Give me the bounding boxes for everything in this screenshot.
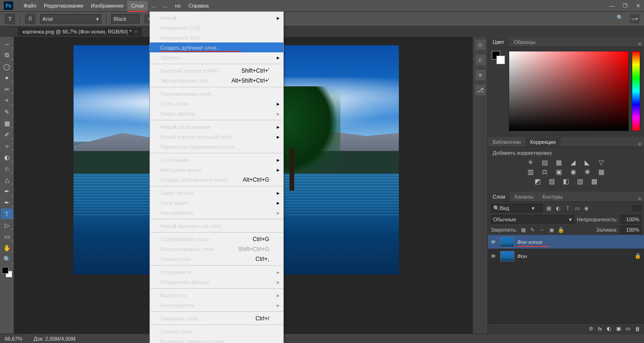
tool-item[interactable]: ✋: [1, 243, 13, 253]
hue-slider[interactable]: [632, 51, 640, 131]
tool-item[interactable]: ✎: [1, 107, 13, 117]
lock-button[interactable]: ↔: [539, 227, 545, 233]
layers-footer-button[interactable]: ◐: [607, 326, 611, 332]
menu-item[interactable]: Переименовать слой...: [150, 89, 283, 99]
menu-item[interactable]: Копировать SVG: [150, 33, 283, 42]
color-field[interactable]: [509, 51, 629, 131]
font-family-select[interactable]: Arial▾: [40, 14, 101, 24]
adjustment-preset-icon[interactable]: ◢: [569, 159, 578, 166]
zoom-level[interactable]: 66,67%: [5, 336, 22, 342]
menu-изображение[interactable]: Изображение: [87, 1, 127, 10]
layer-filter-icon[interactable]: ▦: [545, 205, 552, 211]
menu-item[interactable]: Удалить: [150, 52, 283, 62]
menu-item[interactable]: Быстрый экспорт в PNGShift+Ctrl+': [150, 66, 283, 75]
tool-item[interactable]: ⎌: [1, 163, 13, 174]
opacity-value[interactable]: 100%: [620, 215, 641, 224]
tool-item[interactable]: ▷: [1, 220, 13, 230]
tool-item[interactable]: ✂: [1, 84, 13, 94]
window-close[interactable]: ✕: [636, 3, 640, 9]
menu-...[interactable]: ...: [148, 1, 159, 10]
blend-mode-select[interactable]: Обычные▾: [491, 215, 574, 224]
menu-редактирование[interactable]: Редактирование: [40, 1, 87, 10]
layer-thumbnail[interactable]: [500, 251, 514, 261]
menu-item[interactable]: Слои видео: [150, 198, 283, 208]
search-icon[interactable]: 🔍: [617, 15, 625, 23]
collapsed-panel-icon[interactable]: ⎇: [475, 85, 486, 95]
panel-menu-icon[interactable]: ≡: [636, 196, 644, 201]
menu-но[interactable]: но: [171, 1, 184, 10]
tool-item[interactable]: 🔍: [1, 254, 13, 264]
menu-item[interactable]: Новый: [150, 13, 283, 23]
lock-button[interactable]: ▦: [520, 227, 527, 233]
menu-item[interactable]: Векторная маска: [150, 165, 283, 175]
adjustment-preset-icon[interactable]: ◧: [561, 177, 571, 185]
menu-item[interactable]: Сгруппировать слоиCtrl+G: [150, 234, 283, 244]
document-tab[interactable]: картинка.png @ 66,7% (Фон копия, RGB/8#)…: [18, 27, 142, 36]
adjustment-preset-icon[interactable]: ▩: [590, 177, 599, 185]
adjustment-preset-icon[interactable]: ▦: [554, 159, 564, 166]
collapsed-panel-icon[interactable]: ⎅: [475, 40, 486, 50]
fg-bg-swatches[interactable]: [492, 51, 506, 133]
adjustment-preset-icon[interactable]: ◣: [583, 159, 592, 166]
lock-button[interactable]: 🔒: [558, 227, 564, 233]
tool-item[interactable]: ✐: [1, 129, 13, 140]
adjustment-preset-icon[interactable]: ▽: [597, 159, 606, 166]
layer-filter-icon[interactable]: ◉: [583, 205, 590, 211]
adjustment-preset-icon[interactable]: ◉: [569, 168, 578, 176]
adjustment-preset-icon[interactable]: ▥: [526, 168, 536, 176]
adjustment-preset-icon[interactable]: ▨: [547, 177, 557, 185]
tool-item[interactable]: T: [1, 209, 13, 219]
tool-item[interactable]: ✒: [1, 186, 13, 196]
menu-item[interactable]: Закрепить слои...Ctrl+/: [150, 313, 283, 323]
font-color-select[interactable]: Black: [111, 14, 140, 24]
menu-...[interactable]: ...: [159, 1, 171, 10]
tab-swatches[interactable]: Образцы: [509, 37, 540, 47]
menu-item[interactable]: Копировать CSS: [150, 23, 283, 33]
tab-layers[interactable]: Слои: [488, 192, 510, 201]
layer-thumbnail[interactable]: [500, 237, 514, 247]
workspace-switcher[interactable]: ▭▾: [630, 14, 639, 24]
tool-item[interactable]: ⌖: [1, 95, 13, 106]
layer-visibility-icon[interactable]: 👁: [491, 253, 497, 259]
layer-name-label[interactable]: Фон копия: [517, 239, 542, 245]
tool-item[interactable]: ⧉: [1, 50, 13, 60]
layer-name-label[interactable]: Фон: [517, 253, 527, 259]
window-minimize[interactable]: —: [609, 3, 614, 9]
menu-слои[interactable]: Слои: [127, 1, 148, 10]
menu-item[interactable]: Новый слой-заливка: [150, 122, 283, 132]
tool-item[interactable]: ⟐: [1, 141, 13, 151]
menu-item[interactable]: Новый корректирующий слой: [150, 132, 283, 142]
layer-row[interactable]: 👁Фон🔒: [488, 249, 644, 263]
tab-libraries[interactable]: Библиотеки: [488, 137, 526, 147]
tool-item[interactable]: ✦: [1, 73, 13, 83]
layers-menu-dropdown[interactable]: НовыйКопировать CSSКопировать SVGСоздать…: [149, 11, 284, 343]
menu-item[interactable]: Создать дубликат слоя...: [150, 42, 283, 52]
layer-row[interactable]: 👁Фон копия: [488, 235, 644, 249]
layers-footer-button[interactable]: ⊘: [589, 326, 593, 332]
layer-filter-toggle[interactable]: [632, 205, 641, 211]
tool-item[interactable]: ✒: [1, 197, 13, 208]
layers-footer-button[interactable]: ▣: [616, 326, 621, 332]
layers-footer-button[interactable]: 🗑: [635, 326, 640, 332]
panel-menu-icon[interactable]: ≡: [636, 141, 644, 147]
tab-channels[interactable]: Каналы: [510, 192, 538, 201]
adjustment-preset-icon[interactable]: ▤: [540, 159, 550, 166]
menu-справка[interactable]: Справка: [184, 1, 212, 10]
tool-item[interactable]: ↔: [1, 39, 13, 49]
layer-filter-icon[interactable]: ◐: [555, 205, 561, 211]
tab-color[interactable]: Цвет: [488, 37, 509, 47]
tool-item[interactable]: ▦: [1, 118, 13, 128]
adjustment-preset-icon[interactable]: ⚖: [540, 168, 550, 176]
layer-filter-icon[interactable]: ▭: [574, 205, 580, 211]
panel-menu-icon[interactable]: ≡: [636, 41, 644, 47]
tool-item[interactable]: ◯: [1, 61, 13, 72]
menu-item[interactable]: Новый фрагмент из слоя: [150, 221, 283, 231]
layer-filter-type[interactable]: 🔍 Вид ▾: [491, 204, 543, 212]
layers-footer-button[interactable]: ▭: [626, 326, 630, 332]
tool-item[interactable]: ◐: [1, 152, 13, 162]
menu-item[interactable]: Смарт-объект: [150, 188, 283, 198]
lock-button[interactable]: ▣: [548, 227, 555, 233]
adjustment-preset-icon[interactable]: ❀: [583, 168, 592, 176]
collapsed-panel-icon[interactable]: ⎌: [475, 55, 486, 65]
lock-button[interactable]: ✎: [529, 227, 536, 233]
